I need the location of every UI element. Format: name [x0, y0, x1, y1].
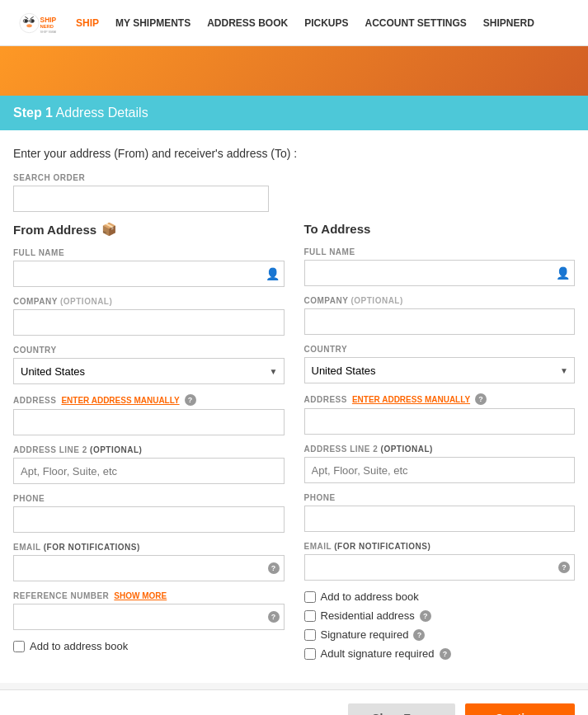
- to-adult-signature-label: Adult signature required: [321, 647, 435, 660]
- to-person-icon: 👤: [556, 266, 570, 280]
- to-full-name-group: FULL NAME 👤: [304, 247, 576, 286]
- to-address2-input[interactable]: [304, 457, 576, 483]
- to-email-input[interactable]: [304, 554, 576, 581]
- step-title: Address Details: [56, 106, 148, 120]
- from-address2-group: ADDRESS LINE 2 (OPTIONAL): [13, 445, 285, 484]
- person-icon: 👤: [266, 267, 280, 280]
- to-signature-required-row: Signature required ?: [304, 628, 576, 641]
- to-full-name-label: FULL NAME: [304, 247, 576, 256]
- from-company-label: COMPANY (OPTIONAL): [13, 297, 285, 306]
- to-email-group: EMAIL (FOR NOTIFICATIONS) ?: [304, 542, 576, 581]
- from-add-to-address-book-label: Add to address book: [30, 640, 128, 652]
- from-address-help-icon[interactable]: ?: [185, 394, 196, 406]
- from-address-input[interactable]: [13, 409, 285, 435]
- from-email-input[interactable]: [13, 555, 285, 581]
- to-company-input[interactable]: [304, 308, 576, 335]
- to-address2-group: ADDRESS LINE 2 (OPTIONAL): [304, 445, 576, 483]
- logo-area: SHIP NERD SHIP SMARTER: [13, 5, 56, 41]
- to-company-label: COMPANY (OPTIONAL): [304, 296, 576, 305]
- to-country-select[interactable]: United States Canada United Kingdom Aust…: [304, 357, 576, 383]
- shipnerd-logo: SHIP NERD SHIP SMARTER: [13, 5, 56, 41]
- navbar: SHIP NERD SHIP SMARTER SHIP MY SHIPMENTS…: [0, 0, 588, 46]
- to-address2-label: ADDRESS LINE 2 (OPTIONAL): [304, 445, 576, 454]
- to-residential-help-icon[interactable]: ?: [420, 610, 431, 622]
- to-add-to-address-book-checkbox[interactable]: [304, 591, 316, 603]
- to-email-label: EMAIL (FOR NOTIFICATIONS): [304, 542, 576, 551]
- to-phone-label: PHONE: [304, 493, 576, 502]
- hero-banner: [0, 46, 588, 96]
- to-phone-input[interactable]: [304, 506, 576, 532]
- from-country-select[interactable]: United States Canada United Kingdom Aust…: [13, 358, 285, 384]
- from-address-col: From Address 📦 FULL NAME 👤 COMPANY (OPTI…: [13, 222, 285, 666]
- from-add-to-address-book-checkbox[interactable]: [13, 641, 25, 652]
- to-residential-address-label: Residential address: [321, 609, 415, 622]
- nav-address-book[interactable]: ADDRESS BOOK: [207, 17, 288, 29]
- to-add-to-address-book-row: Add to address book: [304, 590, 576, 603]
- step-number: Step 1: [13, 106, 53, 120]
- to-signature-required-label: Signature required: [321, 628, 409, 641]
- from-full-name-input-wrapper: 👤: [13, 261, 285, 287]
- from-full-name-group: FULL NAME 👤: [13, 248, 285, 287]
- to-address-title: To Address: [304, 222, 576, 236]
- from-company-group: COMPANY (OPTIONAL): [13, 297, 285, 336]
- nav-ship[interactable]: SHIP: [76, 17, 99, 29]
- from-email-input-wrapper: ?: [13, 555, 285, 581]
- to-adult-signature-checkbox[interactable]: [304, 648, 316, 660]
- to-residential-address-row: Residential address ?: [304, 609, 576, 622]
- clear-form-button[interactable]: Clear Form: [348, 703, 455, 715]
- from-enter-manually-link[interactable]: ENTER ADDRESS MANUALLY: [61, 396, 179, 405]
- svg-text:SHIP: SHIP: [40, 15, 57, 23]
- from-full-name-input[interactable]: [13, 261, 285, 287]
- to-phone-group: PHONE: [304, 493, 576, 532]
- to-signature-required-checkbox[interactable]: [304, 629, 316, 641]
- from-reference-input[interactable]: [13, 604, 285, 630]
- nav-my-shipments[interactable]: MY SHIPMENTS: [115, 17, 191, 29]
- from-country-label: COUNTRY: [13, 346, 285, 355]
- from-phone-input[interactable]: [13, 506, 285, 533]
- from-reference-input-wrapper: ?: [13, 604, 285, 630]
- to-country-label: COUNTRY: [304, 345, 576, 354]
- search-order-label: SEARCH ORDER: [13, 173, 575, 182]
- to-country-group: COUNTRY United States Canada United King…: [304, 345, 576, 383]
- search-order-input[interactable]: [13, 186, 269, 212]
- from-address2-label: ADDRESS LINE 2 (OPTIONAL): [13, 445, 285, 454]
- to-company-group: COMPANY (OPTIONAL): [304, 296, 576, 335]
- search-order-section: SEARCH ORDER: [13, 173, 575, 212]
- page-instruction: Enter your address (From) and receiver's…: [13, 147, 575, 160]
- from-address-group: ADDRESS ENTER ADDRESS MANUALLY ?: [13, 394, 285, 435]
- from-company-input[interactable]: [13, 309, 285, 336]
- from-address-label: ADDRESS: [13, 396, 56, 405]
- from-email-help-icon[interactable]: ?: [268, 562, 280, 574]
- from-show-more-link[interactable]: SHOW MORE: [114, 591, 167, 600]
- from-reference-group: REFERENCE NUMBER SHOW MORE ?: [13, 591, 285, 630]
- from-reference-help-icon[interactable]: ?: [268, 611, 280, 623]
- from-add-to-address-book-row: Add to address book: [13, 640, 285, 652]
- continue-button[interactable]: Continue: [465, 703, 575, 715]
- svg-point-3: [26, 24, 32, 27]
- from-phone-label: PHONE: [13, 494, 285, 503]
- svg-point-0: [20, 13, 39, 32]
- bottom-actions: Clear Form Continue: [0, 689, 588, 715]
- from-address-label-row: ADDRESS ENTER ADDRESS MANUALLY ?: [13, 394, 285, 406]
- to-address-label: ADDRESS: [304, 395, 347, 404]
- from-country-select-wrapper: United States Canada United Kingdom Aust…: [13, 358, 285, 384]
- nav-shipnerd[interactable]: SHIPNERD: [483, 17, 534, 29]
- to-address-help-icon[interactable]: ?: [475, 393, 487, 405]
- to-add-to-address-book-label: Add to address book: [321, 590, 419, 603]
- nav-links: SHIP MY SHIPMENTS ADDRESS BOOK PICKUPS A…: [76, 17, 575, 29]
- to-adult-signature-row: Adult signature required ?: [304, 647, 576, 660]
- to-signature-help-icon[interactable]: ?: [413, 629, 425, 641]
- to-adult-signature-help-icon[interactable]: ?: [440, 648, 451, 660]
- from-address2-input[interactable]: [13, 458, 285, 484]
- to-residential-address-checkbox[interactable]: [304, 610, 316, 622]
- from-email-label: EMAIL (FOR NOTIFICATIONS): [13, 543, 285, 552]
- from-email-group: EMAIL (FOR NOTIFICATIONS) ?: [13, 543, 285, 581]
- to-address-input[interactable]: [304, 408, 576, 435]
- to-full-name-input[interactable]: [304, 260, 576, 286]
- to-enter-manually-link[interactable]: ENTER ADDRESS MANUALLY: [352, 395, 470, 404]
- nav-pickups[interactable]: PICKUPS: [304, 17, 348, 29]
- to-full-name-input-wrapper: 👤: [304, 260, 576, 286]
- to-address-group: ADDRESS ENTER ADDRESS MANUALLY ?: [304, 393, 576, 435]
- to-email-help-icon[interactable]: ?: [558, 562, 570, 573]
- nav-account-settings[interactable]: ACCOUNT SETTINGS: [365, 17, 467, 29]
